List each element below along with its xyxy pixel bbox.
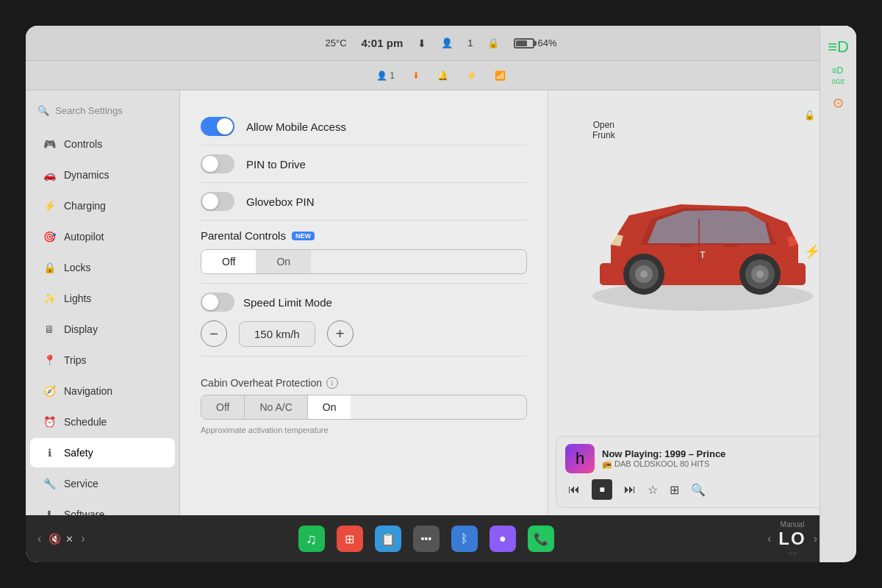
info-icon[interactable]: i — [326, 377, 338, 389]
cabin-no-ac-button[interactable]: No A/C — [245, 395, 307, 419]
cabin-segment-control: Off No A/C On — [201, 395, 527, 420]
glovebox-pin-row: Glovebox PIN — [201, 183, 527, 220]
schedule-icon: ⏰ — [42, 415, 57, 429]
sidebar-item-charging[interactable]: ⚡ Charging — [30, 191, 175, 220]
more-button[interactable]: ••• — [413, 526, 440, 552]
parental-off-button[interactable]: Off — [201, 250, 256, 273]
volume-control: 🔇 ✕ — [49, 533, 74, 545]
mobile-access-row: Allow Mobile Access — [201, 108, 527, 146]
stop-button[interactable]: ■ — [592, 479, 612, 500]
calendar-button[interactable]: 📋 — [375, 526, 401, 552]
sidebar-item-navigation[interactable]: 🧭 Navigation — [30, 376, 175, 406]
sidebar-item-autopilot[interactable]: 🎯 Autopilot — [30, 222, 175, 251]
search-music-button[interactable]: 🔍 — [691, 483, 706, 497]
sidebar-item-schedule[interactable]: ⏰ Schedule — [30, 407, 175, 437]
schedule-label: Schedule — [64, 416, 107, 428]
spotify-icon: ♫ — [306, 531, 317, 548]
svg-text:T: T — [700, 250, 706, 260]
software-icon: ⬇ — [42, 507, 57, 515]
cabin-on-button[interactable]: On — [308, 395, 351, 419]
battery-bar: 64% — [514, 37, 556, 49]
bluetooth-icon: ⚡ — [466, 71, 477, 81]
battery-percent: 64% — [537, 37, 556, 49]
search-icon: 🔍 — [37, 105, 49, 116]
mobile-access-toggle[interactable] — [201, 117, 234, 136]
now-playing-panel: h Now Playing: 1999 – Prince 📻 DAB OLDSK… — [556, 436, 849, 508]
svg-point-0 — [592, 282, 813, 311]
speed-plus-button[interactable]: + — [327, 320, 354, 347]
car-visualization: T ⚡ — [563, 135, 842, 340]
tesla-screen: 25°C 4:01 pm ⬇ 👤 1 🔒 64% 👤 1 ⬇ 🔔 ⚡ 📶 🔍 S… — [26, 26, 856, 562]
speed-control: − 150 km/h + — [201, 320, 527, 347]
album-art: h — [565, 444, 595, 473]
search-placeholder: Search Settings — [55, 105, 123, 116]
phone-button[interactable]: 📞 — [528, 526, 554, 552]
glovebox-pin-toggle[interactable] — [201, 192, 234, 211]
equalizer-button[interactable]: ⊞ — [670, 483, 679, 497]
navigation-icon: 🧭 — [42, 384, 57, 398]
speed-limit-label: Speed Limit Mode — [243, 296, 332, 309]
lo-value: LO — [778, 528, 806, 549]
taskbar-lo-right-arrow[interactable]: › — [814, 532, 817, 545]
main-content: 🔍 Search Settings 🎮 Controls 🚗 Dynamics … — [26, 90, 856, 515]
sidebar-item-service[interactable]: 🔧 Service — [30, 469, 175, 498]
taskbar-center: ♫ ⊞ 📋 ••• ᛒ ● 📞 — [298, 526, 554, 552]
parental-segment-control: Off On — [201, 249, 527, 274]
taskbar-left-arrow[interactable]: ‹ — [37, 532, 41, 545]
time: 4:01 pm — [362, 37, 404, 49]
person-icon-2: 👤 1 — [376, 71, 395, 81]
parental-on-button[interactable]: On — [256, 250, 311, 273]
speed-limit-toggle[interactable] — [201, 293, 234, 312]
station-icon: 📻 — [602, 459, 612, 468]
settings-panel: Allow Mobile Access PIN to Drive Glovebo… — [180, 90, 548, 515]
track-info: Now Playing: 1999 – Prince 📻 DAB OLDSKOO… — [602, 448, 839, 469]
temperature: 25°C — [325, 37, 346, 49]
speed-minus-button[interactable]: − — [201, 320, 227, 347]
sidebar-item-display[interactable]: 🖥 Display — [30, 315, 175, 344]
dynamics-icon: 🚗 — [42, 168, 57, 182]
sidebar-item-software[interactable]: ⬇ Software — [30, 500, 175, 515]
new-badge: NEW — [292, 232, 315, 240]
svg-rect-12 — [679, 243, 694, 247]
right-icons-panel: ≡D ≡D0GE ⊙ — [820, 90, 856, 515]
search-bar[interactable]: 🔍 Search Settings — [26, 99, 179, 122]
sidebar-item-dynamics[interactable]: 🚗 Dynamics — [30, 160, 175, 190]
cabin-off-button[interactable]: Off — [201, 395, 245, 419]
autopilot-label: Autopilot — [64, 231, 104, 243]
pin-to-drive-toggle[interactable] — [201, 154, 234, 173]
pin-to-drive-row: PIN to Drive — [201, 146, 527, 183]
safety-label: Safety — [64, 447, 93, 459]
sidebar-item-controls[interactable]: 🎮 Controls — [30, 129, 175, 159]
svg-point-5 — [640, 270, 648, 278]
taskbar-left: ‹ 🔇 ✕ › — [37, 532, 85, 545]
camera-icon: ● — [499, 532, 506, 545]
sub-status-bar: 👤 1 ⬇ 🔔 ⚡ 📶 — [26, 61, 856, 90]
track-title: Now Playing: 1999 – Prince — [602, 448, 839, 459]
next-button[interactable]: ⏭ — [624, 483, 636, 496]
sidebar-item-lights[interactable]: ✨ Lights — [30, 284, 175, 313]
parental-controls-label: Parental Controls — [201, 229, 286, 242]
spotify-button[interactable]: ♫ — [298, 526, 325, 552]
bluetooth-button[interactable]: ᛒ — [451, 526, 478, 552]
previous-button[interactable]: ⏮ — [568, 483, 580, 496]
speed-limit-section: Speed Limit Mode − 150 km/h + — [201, 284, 527, 356]
sidebar-item-trips[interactable]: 📍 Trips — [30, 345, 175, 375]
tire-pressure-icon[interactable]: ⊙ — [833, 95, 844, 111]
taskbar-lo-left-arrow[interactable]: ‹ — [767, 532, 771, 545]
sidebar-item-locks[interactable]: 🔒 Locks — [30, 253, 175, 282]
more-icon: ••• — [420, 533, 431, 545]
cabin-overheat-section: Cabin Overheat Protection i Off No A/C O… — [201, 356, 527, 443]
volume-icon[interactable]: 🔇 — [49, 533, 61, 545]
taskbar-right-arrow-vol[interactable]: › — [81, 532, 85, 545]
svg-point-9 — [756, 270, 764, 278]
camera-button[interactable]: ● — [490, 526, 516, 552]
trips-label: Trips — [64, 354, 87, 366]
taskbar: ‹ 🔇 ✕ › ♫ ⊞ 📋 ••• ᛒ ● — [26, 515, 856, 562]
lo-display: Manual LO ○○ — [778, 520, 806, 557]
sidebar-item-safety[interactable]: ℹ Safety — [30, 438, 175, 467]
service-label: Service — [64, 478, 98, 490]
favorite-button[interactable]: ☆ — [648, 483, 658, 497]
cabin-overheat-title: Cabin Overheat Protection i — [201, 377, 527, 389]
tiles-button[interactable]: ⊞ — [337, 526, 363, 552]
bell-icon: 🔔 — [437, 71, 448, 81]
